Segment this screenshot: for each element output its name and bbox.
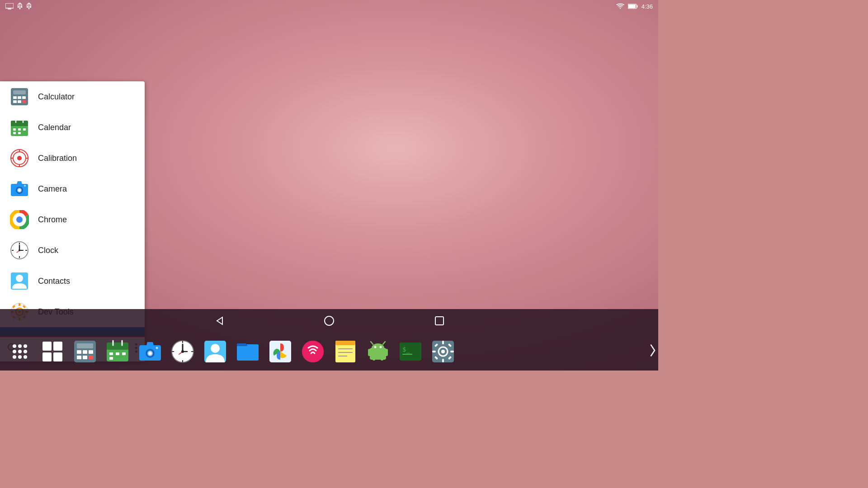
taskbar-settings-icon	[431, 340, 455, 363]
svg-rect-20	[628, 5, 636, 8]
app-list-item-calibration[interactable]: Calibration	[0, 143, 145, 174]
home-button[interactable]	[319, 311, 339, 331]
svg-rect-25	[18, 96, 21, 99]
app-list-item-calendar[interactable]: Calendar	[0, 112, 145, 143]
calibration-icon-wrapper	[9, 148, 30, 169]
svg-rect-132	[237, 344, 259, 361]
svg-rect-101	[77, 350, 81, 354]
app-list-item-clock[interactable]: Clock	[0, 235, 145, 266]
svg-rect-17	[30, 6, 31, 8]
svg-point-42	[17, 156, 22, 160]
taskbar-clock[interactable]	[166, 335, 199, 368]
app-list-item-camera[interactable]: Camera	[0, 174, 145, 204]
status-bar: 4:36	[0, 0, 658, 13]
screen-icon	[5, 3, 14, 9]
calibration-label: Calibration	[38, 154, 77, 163]
svg-rect-148	[385, 349, 388, 356]
svg-point-10	[19, 8, 21, 9]
calculator-icon	[10, 87, 29, 106]
app-drawer-icon	[8, 340, 32, 363]
svg-rect-157	[442, 341, 444, 344]
taskbar-android-icon	[366, 340, 390, 363]
taskbar-music-icon	[301, 340, 325, 363]
svg-rect-160	[450, 351, 454, 352]
svg-point-125	[181, 350, 184, 353]
status-bar-right: 4:36	[616, 3, 653, 10]
svg-point-90	[18, 350, 22, 353]
taskbar-calculator[interactable]	[69, 335, 101, 368]
svg-text:$_: $_	[402, 346, 410, 353]
svg-rect-109	[107, 347, 128, 350]
svg-rect-113	[109, 357, 113, 360]
svg-point-144	[380, 346, 382, 348]
svg-point-54	[16, 216, 23, 223]
svg-rect-9	[21, 6, 22, 8]
svg-rect-100	[77, 343, 93, 348]
svg-rect-98	[53, 352, 62, 361]
taskbar-android[interactable]	[362, 335, 394, 368]
taskbar-chevron-right[interactable]	[649, 344, 656, 359]
svg-rect-158	[442, 359, 444, 362]
svg-point-91	[24, 350, 27, 353]
svg-rect-112	[122, 352, 126, 355]
camera-label: Camera	[38, 184, 67, 194]
usb-icon-1	[17, 3, 23, 10]
taskbar-files-icon	[236, 340, 259, 363]
svg-rect-27	[13, 100, 17, 103]
calendar-icon	[10, 118, 29, 137]
back-button[interactable]	[209, 311, 229, 331]
taskbar-photos[interactable]	[264, 335, 297, 368]
svg-rect-104	[77, 356, 81, 359]
taskbar-camera[interactable]	[134, 335, 166, 368]
chrome-icon	[10, 210, 29, 229]
svg-rect-85	[435, 317, 443, 325]
svg-rect-21	[637, 5, 637, 8]
contacts-label: Contacts	[38, 277, 70, 286]
svg-point-156	[441, 350, 445, 353]
svg-rect-110	[109, 352, 113, 355]
svg-rect-150	[381, 355, 383, 361]
svg-point-18	[28, 8, 30, 9]
nav-bar	[0, 309, 658, 333]
taskbar-files[interactable]	[231, 335, 264, 368]
contacts-icon	[10, 272, 29, 291]
svg-rect-149	[373, 355, 375, 361]
taskbar-notes[interactable]	[329, 335, 362, 368]
taskbar-app-drawer[interactable]	[4, 335, 36, 368]
taskbar-photos-icon	[269, 340, 292, 363]
taskbar-contacts[interactable]	[199, 335, 231, 368]
app-list-item-chrome[interactable]: Chrome	[0, 204, 145, 235]
taskbar-calendar[interactable]	[101, 335, 134, 368]
clock-label: Clock	[38, 246, 58, 255]
svg-point-50	[18, 189, 21, 192]
app-list-item-calculator[interactable]: Calculator	[0, 81, 145, 112]
taskbar-notes-icon	[334, 340, 357, 363]
svg-point-86	[13, 344, 16, 348]
calendar-label: Calendar	[38, 123, 71, 132]
svg-rect-96	[53, 342, 62, 351]
taskbar-music[interactable]	[297, 335, 329, 368]
svg-rect-0	[5, 3, 14, 8]
svg-point-87	[18, 344, 22, 348]
taskbar-camera-icon	[138, 340, 162, 363]
svg-rect-159	[432, 351, 436, 352]
svg-rect-28	[18, 100, 21, 103]
taskbar-settings[interactable]	[427, 335, 459, 368]
taskbar-terminal[interactable]: $_	[394, 335, 427, 368]
taskbar-grid-view[interactable]	[36, 335, 69, 368]
svg-point-120	[156, 347, 158, 349]
contacts-icon-wrapper	[9, 271, 30, 291]
svg-rect-26	[22, 96, 26, 99]
svg-rect-33	[13, 128, 16, 131]
svg-rect-29	[22, 100, 26, 103]
app-list-item-contacts[interactable]: Contacts	[0, 266, 145, 296]
svg-point-119	[149, 352, 152, 355]
camera-icon	[10, 179, 29, 198]
svg-rect-37	[18, 132, 21, 134]
svg-point-84	[325, 316, 334, 325]
wifi-icon	[616, 3, 624, 9]
svg-rect-102	[83, 350, 87, 354]
svg-rect-24	[13, 96, 17, 99]
recents-button[interactable]	[429, 311, 449, 331]
taskbar-terminal-icon: $_	[399, 340, 422, 363]
